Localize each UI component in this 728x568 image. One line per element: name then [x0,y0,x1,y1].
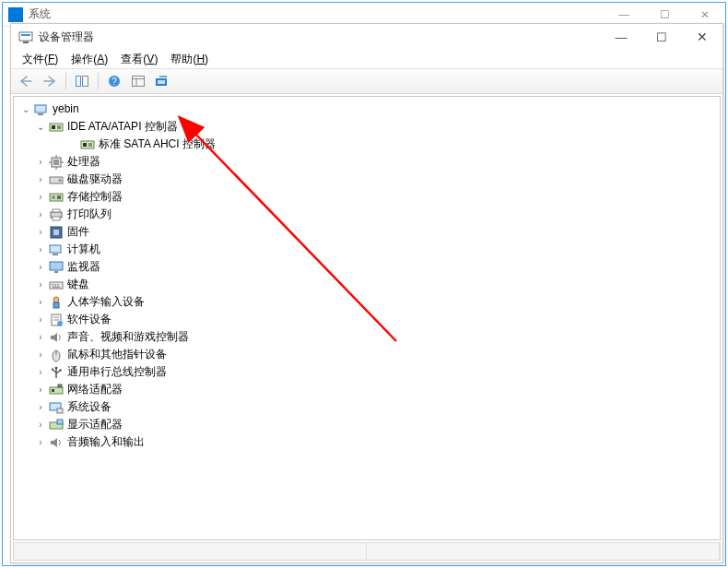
inner-window-controls: — ☐ ✕ [601,24,722,50]
inner-minimize-button[interactable]: — [601,24,641,50]
tree-item-label: 计算机 [67,241,100,258]
tree-item-monitor[interactable]: › 监视器 [16,258,718,276]
cpu-icon [49,155,64,170]
svg-rect-38 [53,254,58,255]
expand-icon[interactable]: › [34,381,47,398]
tree-item-usb[interactable]: › 通用串行总线控制器 [16,363,718,381]
expand-icon[interactable]: › [34,241,47,258]
toolbar-back-button[interactable] [15,71,37,91]
expand-icon[interactable]: › [34,206,47,223]
menu-view[interactable]: 查看(V) [115,50,163,69]
device-manager-window: 设备管理器 — ☐ ✕ 文件(F) 操作(A) 查看(V) 帮助(H) ? [10,23,723,563]
collapse-icon[interactable]: ⌄ [34,118,47,136]
tree-item-label: 鼠标和其他指针设备 [67,346,167,363]
svg-rect-1 [21,34,30,36]
display-icon [49,418,64,432]
status-pane-right [367,543,720,560]
tree-item-label: IDE ATA/ATAPI 控制器 [67,118,178,136]
tree-root-label: yebin [53,101,79,118]
computer-icon [49,243,64,257]
collapse-icon[interactable]: ⌄ [19,101,32,118]
software-icon [49,313,64,327]
toolbar-help-button[interactable]: ? [103,71,125,91]
expand-icon[interactable]: › [34,398,47,416]
tree-item-label: 音频输入和输出 [67,433,145,451]
tree-item-computer[interactable]: › 计算机 [16,241,718,258]
toolbar: ? [11,68,722,94]
svg-rect-56 [52,368,53,370]
svg-point-51 [57,321,63,326]
keyboard-icon [49,278,64,292]
tree-item-ide[interactable]: ⌄ IDE ATA/ATAPI 控制器 [16,118,718,136]
toolbar-properties-button[interactable] [127,71,149,91]
tree-item-label: 系统设备 [67,398,112,416]
expand-icon[interactable]: › [34,328,47,346]
menu-file[interactable]: 文件(F) [17,50,64,69]
inner-maximize-button[interactable]: ☐ [641,24,682,50]
expand-icon[interactable]: › [34,346,47,363]
speaker-icon [49,435,64,450]
expand-icon[interactable]: › [34,258,47,276]
tree-item-storage[interactable]: › 存储控制器 [16,188,718,206]
disk-icon [49,172,64,187]
tree-item-mouse[interactable]: › 鼠标和其他指针设备 [16,346,718,363]
monitor-icon [49,260,64,275]
tree-item-display[interactable]: › 显示适配器 [16,416,718,433]
svg-rect-36 [53,230,59,235]
svg-rect-45 [53,286,60,288]
expand-icon[interactable]: › [34,311,47,328]
tree-item-firmware[interactable]: › 固件 [16,223,718,241]
tree-item-label: 打印队列 [67,206,112,223]
svg-rect-62 [57,408,63,413]
toolbar-show-hide-button[interactable] [71,71,93,91]
tree-item-cpu[interactable]: › 处理器 [16,153,718,171]
tree-item-audio[interactable]: › 音频输入和输出 [16,433,718,451]
tree-item-swdev[interactable]: › 软件设备 [16,311,718,328]
expand-icon[interactable]: › [34,153,47,171]
device-manager-icon [18,30,33,44]
tree-root-row[interactable]: ⌄ yebin [16,101,718,118]
expand-icon[interactable]: › [34,363,47,381]
menu-action[interactable]: 操作(A) [65,50,113,69]
expand-icon[interactable]: › [34,171,47,188]
tree-item-sound[interactable]: › 声音、视频和游戏控制器 [16,328,718,346]
svg-rect-60 [58,385,62,387]
outer-title: 系统 [29,6,604,22]
svg-rect-42 [52,284,53,286]
svg-rect-43 [54,284,56,286]
inner-close-button[interactable]: ✕ [682,24,722,50]
tree-item-keyboard[interactable]: › 键盘 [16,276,718,293]
expand-icon[interactable]: › [34,433,47,451]
svg-rect-22 [53,160,59,165]
svg-rect-0 [19,32,32,41]
expand-icon[interactable]: › [34,293,47,311]
svg-rect-34 [53,217,60,220]
tree-item-network[interactable]: › 网络适配器 [16,381,718,398]
tree-item-printq[interactable]: › 打印队列 [16,206,718,223]
svg-rect-59 [52,389,54,392]
tree-item-sata[interactable]: › 标准 SATA AHCI 控制器 [16,136,718,153]
system-icon [49,400,64,415]
expand-icon[interactable]: › [34,416,47,433]
expand-icon[interactable]: › [34,188,47,206]
svg-point-57 [59,369,61,371]
expand-icon[interactable]: › [34,276,47,293]
tree-pane[interactable]: ⌄ yebin ⌄ IDE ATA/ATAPI 控制器 › 标准 SATA AH… [13,96,721,540]
tree-item-label: 固件 [67,223,89,241]
svg-rect-47 [53,302,59,308]
svg-rect-20 [88,143,92,147]
svg-rect-39 [50,262,63,270]
tree-item-disk[interactable]: › 磁盘驱动器 [16,171,718,188]
svg-point-30 [52,195,55,199]
tree-item-hid[interactable]: › 人体学输入设备 [16,293,718,311]
network-icon [49,383,64,397]
svg-rect-11 [158,80,165,84]
inner-titlebar[interactable]: 设备管理器 — ☐ ✕ [11,24,722,50]
tree-item-label: 软件设备 [67,311,112,328]
toolbar-scan-button[interactable] [151,71,173,91]
device-tree: ⌄ yebin ⌄ IDE ATA/ATAPI 控制器 › 标准 SATA AH… [14,97,720,455]
toolbar-forward-button[interactable] [39,71,61,91]
expand-icon[interactable]: › [34,223,47,241]
tree-item-system[interactable]: › 系统设备 [16,398,718,416]
menu-help[interactable]: 帮助(H) [165,50,214,69]
